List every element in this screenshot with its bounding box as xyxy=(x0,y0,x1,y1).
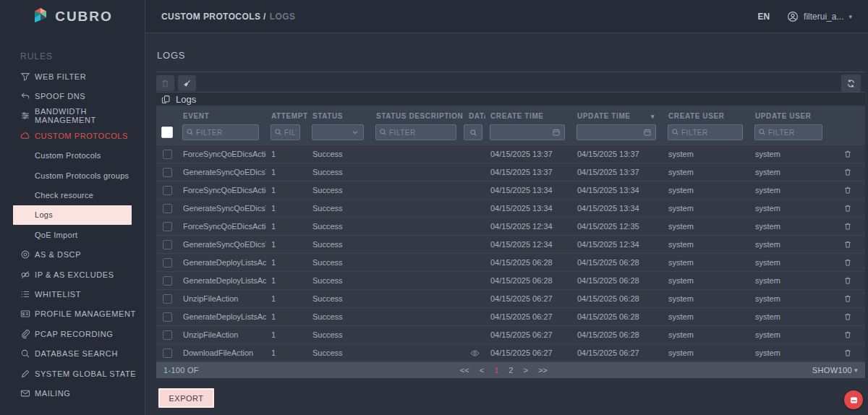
row-delete-button[interactable] xyxy=(843,150,852,158)
table-row[interactable]: ForceSyncQoEDicsAction 1 Success 04/15/2… xyxy=(156,181,865,200)
export-button[interactable]: EXPORT xyxy=(158,388,214,408)
filter-event-input[interactable] xyxy=(182,124,259,140)
filter-attempts-input[interactable] xyxy=(271,124,300,140)
refresh-button[interactable] xyxy=(841,74,861,92)
table-row[interactable]: GenerateSyncQoEDicsTasks 1 Success 04/15… xyxy=(156,200,865,218)
table-row[interactable]: GenerateDeployListsAction 1 Success 04/1… xyxy=(156,272,865,290)
row-checkbox[interactable] xyxy=(163,240,172,249)
sidebar-item-qoe-import[interactable]: QoE Import xyxy=(0,225,145,244)
filter-create-user-input[interactable] xyxy=(668,124,743,140)
col-attempts[interactable]: ATTEMPTS xyxy=(266,109,307,121)
sidebar-item-label: IP & AS EXCLUDES xyxy=(35,270,114,279)
sidebar-item-whitelist[interactable]: WHITELIST xyxy=(0,284,145,304)
select-all-checkbox[interactable] xyxy=(161,127,173,138)
table-row[interactable]: ForceSyncQoEDicsAction 1 Success 04/15/2… xyxy=(156,145,865,163)
col-create-user[interactable]: CREATE USER xyxy=(663,109,750,121)
row-checkbox[interactable] xyxy=(163,204,172,213)
filter-status-select[interactable] xyxy=(312,124,364,140)
support-chat-button[interactable] xyxy=(844,390,863,409)
user-menu[interactable]: filterui_a... ▾ xyxy=(787,11,852,22)
sidebar-item-bandwidth-management[interactable]: BANDWIDTH MANAGEMENT xyxy=(0,106,145,126)
row-delete-button[interactable] xyxy=(843,168,852,176)
cell-attempts: 1 xyxy=(266,168,307,176)
sidebar-item-check-resource[interactable]: Check resource xyxy=(0,185,145,205)
col-update-time[interactable]: UPDATE TIME ▾ xyxy=(572,109,663,121)
row-delete-button[interactable] xyxy=(843,330,852,339)
page-size-selector[interactable]: SHOW100 ▾ xyxy=(812,366,865,375)
col-create-time[interactable]: CREATE TIME xyxy=(485,109,572,121)
sidebar-nav: RULES WEB FILTERSPOOF DNSBANDWIDTH MANAG… xyxy=(0,33,145,403)
row-checkbox[interactable] xyxy=(163,222,172,231)
row-delete-button[interactable] xyxy=(843,312,852,321)
row-delete-button[interactable] xyxy=(843,348,852,357)
cell-create-user: system xyxy=(663,186,750,194)
language-selector[interactable]: EN xyxy=(757,12,770,22)
sidebar-item-as-dscp[interactable]: AS & DSCP xyxy=(0,245,145,265)
sidebar-item-web-filter[interactable]: WEB FILTER xyxy=(0,67,145,86)
sidebar-item-profile-management[interactable]: PROFILE MANAGEMENT xyxy=(0,304,145,324)
sidebar-item-pcap-recording[interactable]: PCAP RECORDING xyxy=(0,324,145,343)
table-row[interactable]: GenerateDeployListsAction 1 Success 04/1… xyxy=(156,254,865,272)
cell-update-user: system xyxy=(750,330,830,339)
table-row[interactable]: UnzipFileAction 1 Success 04/15/2025 06:… xyxy=(156,290,865,308)
row-delete-button[interactable] xyxy=(843,258,852,267)
page-next-button[interactable]: > xyxy=(523,366,527,375)
sidebar-item-spoof-dns[interactable]: SPOOF DNS xyxy=(0,86,145,106)
row-delete-button[interactable] xyxy=(843,186,852,194)
sidebar-item-logs[interactable]: Logs xyxy=(13,205,132,225)
page-first-button[interactable]: << xyxy=(460,366,469,375)
col-status-description[interactable]: STATUS DESCRIPTION xyxy=(371,109,464,121)
table-row[interactable]: GenerateSyncQoEDicsTasks 1 Success 04/15… xyxy=(156,163,865,181)
page-2-button[interactable]: 2 xyxy=(509,366,513,375)
brand-logo[interactable]: CUBRO xyxy=(0,0,145,33)
table-title: Logs xyxy=(176,94,196,105)
col-status[interactable]: STATUS xyxy=(307,109,371,121)
row-checkbox[interactable] xyxy=(163,312,172,322)
filter-update-user-input[interactable] xyxy=(754,124,822,140)
row-checkbox[interactable] xyxy=(163,168,172,177)
row-checkbox[interactable] xyxy=(163,348,172,358)
sidebar-item-mailing[interactable]: MAILING xyxy=(0,383,145,403)
row-delete-button[interactable] xyxy=(843,276,852,285)
page-last-button[interactable]: >> xyxy=(538,366,548,375)
sidebar-item-system-global-state[interactable]: SYSTEM GLOBAL STATE xyxy=(0,364,145,383)
row-delete-button[interactable] xyxy=(843,240,852,249)
sidebar-item-custom-protocols[interactable]: Custom Protocols xyxy=(0,146,145,166)
filter-status-description-input[interactable] xyxy=(375,124,456,140)
page-1-button[interactable]: 1 xyxy=(494,366,498,375)
filter-data-button[interactable] xyxy=(464,124,482,140)
row-checkbox[interactable] xyxy=(163,150,172,159)
sidebar-item-label: WEB FILTER xyxy=(35,72,86,81)
row-checkbox[interactable] xyxy=(163,294,172,304)
row-checkbox[interactable] xyxy=(163,258,172,268)
breadcrumb-parent[interactable]: CUSTOM PROTOCOLS / xyxy=(161,12,266,22)
sidebar-item-ip-as-excludes[interactable]: IP & AS EXCLUDES xyxy=(0,265,145,284)
trash-icon xyxy=(843,348,852,357)
col-event[interactable]: EVENT xyxy=(178,109,266,121)
table-row[interactable]: GenerateDeployListsAction 1 Success 04/1… xyxy=(156,308,865,326)
row-checkbox[interactable] xyxy=(163,330,172,340)
table-row[interactable]: DownloadFileAction 1 Success 04/15/2025 … xyxy=(156,344,865,362)
col-update-user[interactable]: UPDATE USER xyxy=(750,109,830,121)
row-checkbox[interactable] xyxy=(163,276,172,286)
row-delete-button[interactable] xyxy=(843,222,852,231)
table-row[interactable]: ForceSyncQoEDicsAction 1 Success 04/15/2… xyxy=(156,218,865,236)
cell-create-user: system xyxy=(663,150,750,158)
row-checkbox[interactable] xyxy=(163,186,172,195)
table-row[interactable]: UnzipFileAction 1 Success 04/15/2025 06:… xyxy=(156,326,865,344)
filter-create-time-datepicker[interactable] xyxy=(490,124,565,140)
sidebar-item-custom-protocols[interactable]: CUSTOM PROTOCOLS xyxy=(0,126,145,145)
col-data[interactable]: DATA xyxy=(464,109,485,121)
delete-selected-button[interactable] xyxy=(156,75,174,91)
row-delete-button[interactable] xyxy=(843,204,852,213)
sidebar-item-database-search[interactable]: DATABASE SEARCH xyxy=(0,343,145,363)
table-row[interactable]: GenerateSyncQoEDicsTasks 1 Success 04/15… xyxy=(156,236,865,254)
view-data-eye-icon[interactable] xyxy=(470,348,480,358)
row-delete-button[interactable] xyxy=(843,294,852,303)
copy-icon[interactable] xyxy=(161,95,171,104)
page-prev-button[interactable]: < xyxy=(480,366,484,375)
sort-desc-icon[interactable]: ▾ xyxy=(651,113,655,120)
filter-update-time-datepicker[interactable] xyxy=(576,124,656,140)
sidebar-item-custom-protocols-groups[interactable]: Custom Protocols groups xyxy=(0,166,145,185)
clear-filters-button[interactable] xyxy=(178,75,196,91)
